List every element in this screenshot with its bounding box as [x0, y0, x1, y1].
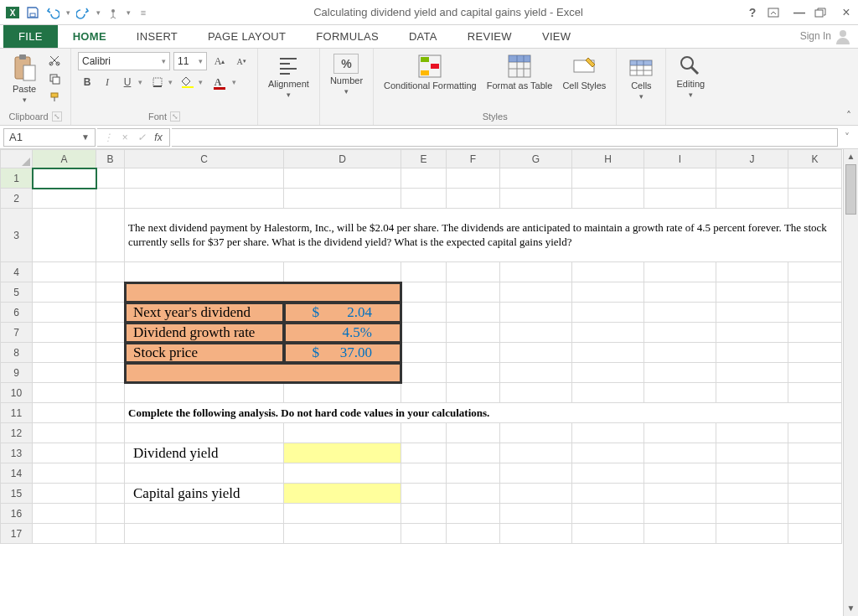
row-header-14[interactable]: 14 [1, 463, 33, 484]
undo-icon[interactable] [44, 3, 62, 22]
touch-mode-icon[interactable] [104, 3, 122, 22]
format-as-table-button[interactable]: Format as Table [483, 52, 556, 92]
label-next-dividend[interactable]: Next year's dividend [125, 303, 284, 323]
row-header-4[interactable]: 4 [1, 262, 33, 282]
row-header-10[interactable]: 10 [1, 383, 33, 403]
col-header-G[interactable]: G [500, 150, 572, 168]
cancel-formula-icon[interactable]: × [117, 132, 132, 143]
label-capital-gains[interactable]: Capital gains yield [125, 484, 284, 504]
row-header-1[interactable]: 1 [1, 168, 33, 189]
row-header-17[interactable]: 17 [1, 524, 33, 544]
underline-dropdown[interactable]: ▾ [138, 78, 147, 86]
tab-data[interactable]: DATA [394, 25, 452, 48]
col-header-F[interactable]: F [447, 150, 500, 168]
qat-customize-icon[interactable]: ▾ [124, 3, 132, 22]
spreadsheet-grid[interactable]: A B C D E F G H I J K 1 2 [0, 149, 842, 544]
close-icon[interactable]: × [838, 5, 855, 20]
restore-icon[interactable] [814, 8, 831, 18]
cells-button[interactable]: Cells ▾ [623, 52, 659, 102]
save-icon[interactable] [23, 3, 42, 22]
row-header-11[interactable]: 11 [1, 403, 33, 423]
value-growth-rate[interactable]: 4.5% [284, 323, 401, 343]
label-dividend-yield[interactable]: Dividend yield [125, 443, 284, 463]
col-header-E[interactable]: E [401, 150, 447, 168]
expand-formula-bar-icon[interactable]: ˅ [840, 132, 855, 143]
ribbon-display-icon[interactable] [768, 8, 784, 18]
name-box[interactable]: A1 ▼ [3, 128, 96, 147]
editing-button[interactable]: Editing ▾ [673, 52, 708, 101]
scroll-thumb[interactable] [845, 164, 856, 215]
fill-dropdown[interactable]: ▾ [199, 78, 207, 86]
editing-dropdown-icon[interactable]: ▾ [689, 91, 693, 99]
col-header-A[interactable]: A [33, 150, 96, 168]
value-stock-price[interactable]: $ 37.00 [284, 343, 401, 363]
insert-function-icon[interactable]: fx [151, 132, 166, 143]
minimize-icon[interactable]: — [791, 6, 808, 19]
cells-dropdown-icon[interactable]: ▾ [639, 92, 644, 101]
borders-dropdown[interactable]: ▾ [168, 78, 177, 86]
scroll-up-icon[interactable]: ▲ [844, 149, 858, 164]
help-icon[interactable]: ? [744, 6, 761, 19]
answer-capital-gains[interactable] [284, 484, 401, 504]
row-header-5[interactable]: 5 [1, 282, 33, 303]
cell[interactable] [96, 168, 125, 189]
number-dropdown-icon[interactable]: ▾ [344, 87, 349, 96]
alignment-dropdown-icon[interactable]: ▾ [287, 91, 291, 99]
underline-button[interactable]: U [118, 74, 137, 91]
undo-dropdown-icon[interactable]: ▾ [64, 3, 72, 22]
font-size-combo[interactable]: 11▾ [173, 52, 207, 70]
label-stock-price[interactable]: Stock price [125, 343, 284, 363]
vertical-scrollbar[interactable]: ▲ ▼ [843, 149, 858, 616]
fill-color-icon[interactable] [178, 74, 197, 91]
row-header-9[interactable]: 9 [1, 363, 33, 383]
row-header-3[interactable]: 3 [1, 209, 33, 262]
cell-A1[interactable] [33, 168, 96, 189]
question-text[interactable]: The next dividend payment by Halestorm, … [125, 209, 842, 262]
row-header-2[interactable]: 2 [1, 189, 33, 209]
tab-view[interactable]: VIEW [527, 25, 586, 48]
enter-formula-icon[interactable]: ✓ [134, 132, 149, 143]
row-header-6[interactable]: 6 [1, 303, 33, 323]
font-dialog-launcher[interactable]: ⤡ [170, 111, 180, 122]
paste-dropdown-icon[interactable]: ▾ [23, 96, 27, 104]
row-header-15[interactable]: 15 [1, 484, 33, 504]
answer-dividend-yield[interactable] [284, 443, 401, 463]
data-box-top[interactable] [125, 282, 401, 303]
font-name-combo[interactable]: Calibri▾ [78, 52, 170, 70]
qat-more-icon[interactable]: ≡ [134, 3, 152, 22]
decrease-font-icon[interactable]: A▾ [232, 53, 251, 70]
collapse-ribbon-icon[interactable]: ˄ [840, 106, 858, 125]
tab-page-layout[interactable]: PAGE LAYOUT [193, 25, 301, 48]
tab-formulas[interactable]: FORMULAS [301, 25, 394, 48]
font-color-dropdown[interactable]: ▾ [232, 78, 240, 86]
copy-icon[interactable] [45, 70, 64, 87]
number-format-button[interactable]: % Number ▾ [327, 52, 366, 97]
col-header-B[interactable]: B [96, 150, 125, 168]
conditional-formatting-button[interactable]: Conditional Formatting [380, 52, 480, 92]
select-all-corner[interactable] [1, 150, 33, 168]
increase-font-icon[interactable]: A▴ [210, 53, 229, 70]
col-header-J[interactable]: J [716, 150, 788, 168]
paste-button[interactable]: Paste ▾ [7, 52, 42, 106]
cut-icon[interactable] [45, 52, 64, 69]
col-header-K[interactable]: K [788, 150, 842, 168]
instruction-text[interactable]: Complete the following analysis. Do not … [125, 403, 842, 423]
value-next-dividend[interactable]: $ 2.04 [284, 303, 401, 323]
row-header-16[interactable]: 16 [1, 504, 33, 524]
row-header-7[interactable]: 7 [1, 323, 33, 343]
scroll-down-icon[interactable]: ▼ [844, 601, 858, 616]
data-box-bottom[interactable] [125, 363, 401, 383]
col-header-I[interactable]: I [644, 150, 716, 168]
alignment-button[interactable]: Alignment ▾ [265, 52, 313, 101]
italic-button[interactable]: I [98, 74, 116, 91]
formula-input[interactable] [172, 128, 838, 147]
label-growth-rate[interactable]: Dividend growth rate [125, 323, 284, 343]
row-header-12[interactable]: 12 [1, 423, 33, 443]
redo-icon[interactable] [74, 3, 92, 22]
row-header-13[interactable]: 13 [1, 443, 33, 463]
tab-insert[interactable]: INSERT [121, 25, 193, 48]
redo-dropdown-icon[interactable]: ▾ [94, 3, 102, 22]
borders-icon[interactable] [148, 74, 167, 91]
col-header-C[interactable]: C [125, 150, 284, 168]
col-header-H[interactable]: H [572, 150, 644, 168]
